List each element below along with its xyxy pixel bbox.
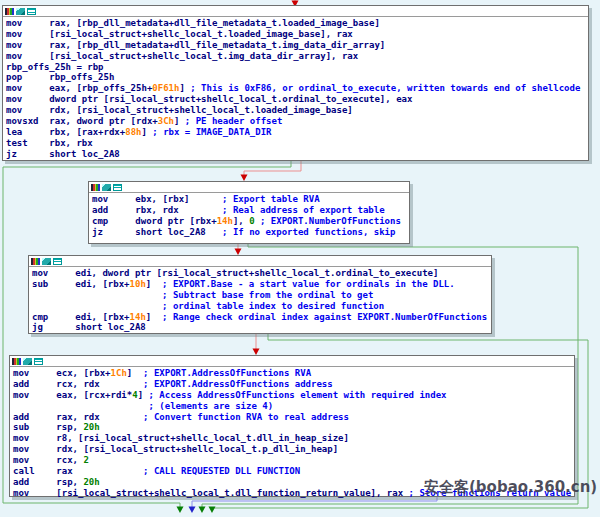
edge-b3-jump-arrowhead xyxy=(209,507,216,514)
basic-block-4[interactable]: mov ecx, [rbx+1Ch] ; EXPORT.AddressOfFun… xyxy=(9,355,575,497)
node-titlebar xyxy=(29,256,491,267)
edge-b1-fallthru xyxy=(244,161,301,176)
block-code[interactable]: mov rax, [rbp_dll_metadata+dll_file_meta… xyxy=(3,17,588,160)
asm-line: mov [rsi_local_struct+shellc_local_t.img… xyxy=(6,51,588,62)
asm-line: mov rax, [rbp_dll_metadata+dll_file_meta… xyxy=(6,18,588,29)
asm-line: ; Subtract base from the ordinal to get xyxy=(32,290,491,301)
watermark: 安全客(bobao.360.cn) xyxy=(424,478,597,497)
node-color-icon[interactable] xyxy=(31,258,40,265)
graph-canvas: 安全客(bobao.360.cn) mov rax, [rbp_dll_meta… xyxy=(0,0,600,517)
asm-line: test rbx, rbx xyxy=(6,138,588,149)
edge-b4-next-arrowhead xyxy=(189,507,196,514)
asm-line: mov [rsi_local_struct+shellc_local_t.loa… xyxy=(6,29,588,40)
asm-line: jz short loc_2A8 ; If no exported functi… xyxy=(92,227,409,238)
node-color-icon[interactable] xyxy=(91,184,100,191)
node-color-icon[interactable] xyxy=(12,358,21,365)
asm-line: mov rcx, 2 xyxy=(13,455,574,466)
asm-line: add rcx, rdx ; EXPORT.AddressOfFunctions… xyxy=(13,379,574,390)
asm-line: sub rsp, 20h xyxy=(13,422,574,433)
asm-line: mov edi, dword ptr [rsi_local_struct+she… xyxy=(32,268,491,279)
asm-line: mov dword ptr [rsi_local_struct+shellc_l… xyxy=(6,94,588,105)
asm-line: sub edi, [rbx+10h] ; EXPORT.Base - a sta… xyxy=(32,279,491,290)
asm-line: mov ecx, [rbx+1Ch] ; EXPORT.AddressOfFun… xyxy=(13,368,574,379)
asm-line: mov ebx, [rbx] ; Export table RVA xyxy=(92,194,409,205)
asm-line: add rax, rdx ; Convert function RVA to r… xyxy=(13,412,574,423)
node-edit-icon[interactable] xyxy=(42,258,51,265)
node-titlebar xyxy=(10,356,574,367)
asm-line: cmp dword ptr [rbx+14h], 0 ; EXPORT.Numb… xyxy=(92,216,409,227)
asm-line: mov rdx, [rsi_local_struct+shellc_local_… xyxy=(6,105,588,116)
asm-line: mov rax, [rbp_dll_metadata+dll_file_meta… xyxy=(6,40,588,51)
asm-line: ; ordinal table index to desired functio… xyxy=(32,301,491,312)
node-titlebar xyxy=(3,6,588,17)
asm-line: mov r8, [rsi_local_struct+shellc_local_t… xyxy=(13,433,574,444)
asm-line: pop rbp_offs_25h xyxy=(6,72,588,83)
node-group-icon[interactable] xyxy=(34,358,43,365)
node-edit-icon[interactable] xyxy=(16,8,25,15)
asm-line: mov rdx, [rsi_local_struct+shellc_local_… xyxy=(13,444,574,455)
node-color-icon[interactable] xyxy=(5,8,14,15)
node-edit-icon[interactable] xyxy=(102,184,111,191)
basic-block-1[interactable]: mov rax, [rbp_dll_metadata+dll_file_meta… xyxy=(2,5,589,161)
edge-b2-jump-arrowhead xyxy=(199,507,206,514)
asm-line: call rax ; CALL REQUESTED DLL FUNCTION xyxy=(13,466,574,477)
basic-block-3[interactable]: mov edi, dword ptr [rsi_local_struct+she… xyxy=(28,255,492,334)
node-group-icon[interactable] xyxy=(113,184,122,191)
asm-line: jg short loc_2A8 xyxy=(32,322,491,333)
asm-line: movsxd rax, dword ptr [rdx+3Ch] ; PE hea… xyxy=(6,116,588,127)
edge-b1-jump-arrowhead xyxy=(177,507,184,514)
block-code[interactable]: mov ebx, [rbx] ; Export table RVAadd rbx… xyxy=(89,193,409,238)
node-group-icon[interactable] xyxy=(27,8,36,15)
asm-line: cmp edi, [rbx+14h] ; Range check ordinal… xyxy=(32,312,491,323)
asm-line: lea rbx, [rax+rdx+88h] ; rbx = IMAGE_DAT… xyxy=(6,127,588,138)
node-edit-icon[interactable] xyxy=(23,358,32,365)
basic-block-2[interactable]: mov ebx, [rbx] ; Export table RVAadd rbx… xyxy=(88,181,410,244)
asm-line: jz short loc_2A8 xyxy=(6,149,588,160)
asm-line: mov eax, [rcx+rdi*4] ; Access AddressOfF… xyxy=(13,390,574,401)
node-titlebar xyxy=(89,182,409,193)
asm-line: rbp_offs_25h = rbp xyxy=(6,62,588,73)
node-group-icon[interactable] xyxy=(53,258,62,265)
asm-line: mov eax, [rbp_offs_25h+0F61h] ; This is … xyxy=(6,83,588,94)
block-code[interactable]: mov edi, dword ptr [rsi_local_struct+she… xyxy=(29,267,491,333)
asm-line: ; (elements are size 4) xyxy=(13,401,574,412)
asm-line: add rbx, rdx ; Real address of export ta… xyxy=(92,205,409,216)
